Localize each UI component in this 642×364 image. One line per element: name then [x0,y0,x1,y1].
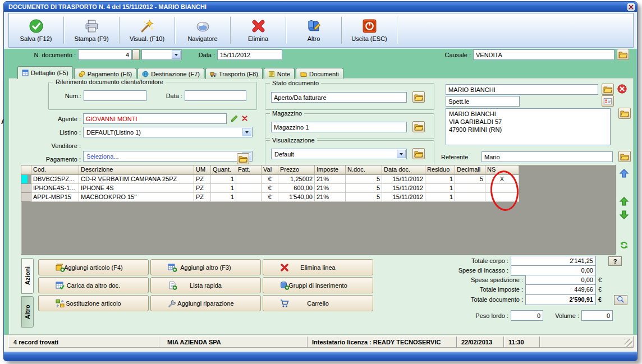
visualizzazione-folder-button[interactable] [412,148,425,159]
status-company: MIA AZIENDA SPA [159,337,308,347]
column-header[interactable]: Residuo [425,165,455,175]
move-up-button[interactable] [618,196,630,208]
add-repair-button[interactable]: Aggiungi riparazione [150,295,261,311]
pagamento-folder-button[interactable] [237,153,249,164]
move-top-button[interactable] [618,168,630,179]
delete-button[interactable]: Elimina [232,15,285,46]
tab-pagamento[interactable]: Pagamento (F6) [74,68,136,79]
column-header[interactable]: Cod. [31,165,79,175]
insert-groups-button[interactable]: Gruppi di inserimento [263,277,373,293]
spettle-input[interactable] [446,96,520,107]
tab-destinazione[interactable]: Destinazione (F7) [137,68,204,79]
address-folder-button[interactable] [618,108,631,119]
stato-legend: Stato documento [270,80,321,86]
doc-number-label: N. documento : [21,52,76,58]
visualizzazione-combo[interactable]: Default [271,149,407,159]
totals-help-button[interactable]: ? [608,256,622,266]
tab-label: Documenti [309,71,339,77]
column-header[interactable]: N.doc. [346,165,382,175]
truck-icon [210,71,217,77]
tab-trasporto[interactable]: Trasporto (F8) [205,68,263,79]
cliente-input[interactable] [446,84,598,95]
referente-folder-button[interactable] [618,151,631,162]
column-header[interactable]: Quant. [211,165,236,175]
close-button[interactable] [627,3,635,11]
tab-label: Pagamento (F6) [88,71,132,77]
venditore-combo[interactable]: Seleziona... [83,151,253,162]
other-button[interactable]: Altro [287,15,340,46]
column-header[interactable]: Decimali [455,165,485,175]
doc-number-spin-button[interactable] [132,49,140,60]
magazzino-legend: Magazzino [270,110,304,117]
agente-clear-button[interactable] [241,115,248,122]
chevron-down-icon [172,50,181,59]
magic-wand-icon [140,19,155,34]
navigator-button[interactable]: Navigatore [176,15,229,46]
toolbar-separator [119,17,120,44]
address-box[interactable]: MARIO BIANCHI VIA GARIBALDI 57 47900 RIM… [446,108,611,145]
exit-label: Uscita (ESC) [351,35,387,42]
note-icon [268,71,275,77]
causale-input[interactable] [473,49,615,60]
stato-input[interactable] [271,92,407,103]
arrow-down-green-icon [619,210,629,220]
status-license: Intestatario licenza : READY TECNOSERVIC [308,337,457,347]
substitute-article-button[interactable]: Sostituzione articolo [38,295,149,311]
column-header[interactable]: Val [262,165,278,175]
resize-grip[interactable] [625,339,632,347]
preview-label: Visual. (F10) [130,35,164,42]
delete-x-icon [251,19,266,34]
totals-zoom-button[interactable] [614,295,627,305]
column-header[interactable]: NS [485,165,519,175]
volume-field[interactable] [581,310,613,321]
rif-num-input[interactable] [84,90,146,101]
cliente-folder-button[interactable] [602,84,614,95]
cliente-remove-button[interactable] [617,84,627,94]
exit-button[interactable]: Uscita (ESC) [343,15,396,46]
magazzino-folder-button[interactable] [412,121,425,132]
side-tab-azioni[interactable]: Azioni [21,258,34,294]
column-header[interactable]: Data doc. [382,165,425,175]
title-bar[interactable]: DOCUMENTO DI TRASPORTO N. 4 del 15/11/20… [4,2,637,12]
doc-date-input[interactable] [217,49,282,60]
cart-button[interactable]: Carrello [263,295,373,311]
causale-folder-button[interactable] [617,49,629,60]
totale-imposte-field[interactable] [525,284,596,295]
agente-edit-button[interactable] [230,114,239,123]
folder-icon [414,123,423,131]
add-article-button[interactable]: Aggiungi articolo (F4) [38,259,149,275]
magazzino-input[interactable] [271,122,407,132]
column-header[interactable]: UM [194,165,211,175]
preview-button[interactable]: Visual. (F10) [121,15,173,46]
move-down-button[interactable] [618,210,630,221]
referente-label: Referente [441,154,478,160]
doc-number-input[interactable] [78,49,132,60]
column-header[interactable]: Descrizione [79,165,194,175]
agente-input[interactable] [83,113,227,124]
delete-line-button[interactable]: Elimina linea [263,259,373,275]
save-button[interactable]: Salva (F12) [10,15,62,46]
add-other-button[interactable]: Aggiungi altro (F3) [150,259,261,275]
refresh-button[interactable] [618,240,630,251]
load-from-doc-button[interactable]: Carica da altro doc. [38,277,149,293]
tab-note[interactable]: Note [264,68,295,79]
column-header[interactable]: Fatt. [236,165,262,175]
column-header[interactable]: Prezzo [278,165,315,175]
listino-combo[interactable]: DEFAULT(Listino 1) [83,127,253,137]
referente-input[interactable] [481,151,613,162]
peso-lordo-field[interactable] [511,310,543,321]
contact-card-button[interactable] [602,95,614,107]
doc-suffix-combo[interactable] [141,49,182,60]
stato-folder-button[interactable] [412,91,425,103]
column-header[interactable]: Imposte [315,165,346,175]
items-grid: Cod. Descrizione UM Quant. Fatt. Val Pre… [21,165,616,255]
totale-documento-field[interactable] [525,294,596,305]
side-tab-altro[interactable]: Altro [21,296,34,328]
listino-label: Listino : [19,129,81,136]
quick-list-button[interactable]: Lista rapida [150,277,261,293]
rif-data-input[interactable] [185,90,246,101]
print-button[interactable]: Stampa (F9) [65,15,118,46]
tab-dettaglio[interactable]: Dettaglio (F5) [17,66,73,79]
tab-documenti[interactable]: Documenti [296,68,343,79]
coins-icon [79,71,85,77]
